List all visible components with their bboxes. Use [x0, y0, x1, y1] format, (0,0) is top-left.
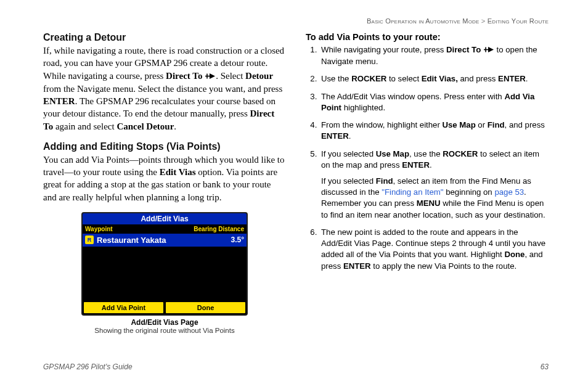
- screen-buttons: Add Via Point Done: [83, 301, 247, 314]
- breadcrumb-section: Basic Operation in Automotive Mode: [367, 17, 480, 25]
- step-1: While navigating your route, press Direc…: [319, 44, 549, 67]
- row-distance: 3.5°: [231, 236, 244, 244]
- step-3: The Add/Edit Vias window opens. Press en…: [319, 91, 549, 113]
- svg-marker-5: [488, 47, 494, 52]
- direct-to-icon: [483, 45, 494, 56]
- btn-done: Done: [166, 302, 245, 313]
- svg-marker-2: [210, 73, 215, 79]
- screen-row: R Restaurant Yakata 3.5°: [83, 233, 247, 247]
- link-finding-item[interactable]: "Finding an Item": [382, 187, 443, 197]
- para-detour: If, while navigating a route, there is r…: [43, 44, 286, 133]
- screen-body: [83, 247, 247, 301]
- breadcrumb: Basic Operation in Automotive Mode > Edi…: [43, 17, 549, 25]
- step-5-extra: If you selected Find, select an item fro…: [321, 176, 549, 221]
- heading-detour: Creating a Detour: [43, 32, 286, 43]
- heading-steps: To add Via Points to your route:: [306, 32, 549, 42]
- right-column: To add Via Points to your route: While n…: [306, 30, 549, 334]
- footer-page: 63: [541, 363, 549, 371]
- content-columns: Creating a Detour If, while navigating a…: [43, 30, 549, 334]
- breadcrumb-sub: Editing Your Route: [488, 17, 549, 25]
- screen-header: Waypoint Bearing Distance: [83, 225, 247, 233]
- row-name: Restaurant Yakata: [97, 236, 231, 245]
- para-viapoints: You can add Via Points—points through wh…: [43, 154, 286, 203]
- restaurant-icon: R: [85, 236, 94, 244]
- device-screen: Add/Edit Vias Waypoint Bearing Distance …: [81, 212, 248, 316]
- step-2: Use the ROCKER to select Edit Vias, and …: [319, 73, 549, 84]
- page-footer: GPSMAP 296 Pilot's Guide 63: [43, 363, 549, 371]
- manual-page: Basic Operation in Automotive Mode > Edi…: [0, 0, 588, 381]
- step-5: If you selected Use Map, use the ROCKER …: [319, 149, 549, 221]
- screen-title: Add/Edit Vias: [83, 213, 247, 225]
- col-bearing-distance: Bearing Distance: [178, 226, 244, 232]
- figure-add-edit-vias: Add/Edit Vias Waypoint Bearing Distance …: [81, 212, 248, 334]
- steps-list: While navigating your route, press Direc…: [306, 44, 549, 272]
- btn-add-via-point: Add Via Point: [84, 302, 163, 313]
- step-4: From the window, highlight either Use Ma…: [319, 120, 549, 142]
- footer-guide: GPSMAP 296 Pilot's Guide: [43, 363, 133, 371]
- figure-caption-sub: Showing the original route without Via P…: [81, 327, 248, 334]
- link-page-53[interactable]: page 53: [494, 187, 524, 197]
- breadcrumb-sep: >: [481, 17, 486, 25]
- heading-viapoints: Adding and Editing Stops (Via Points): [43, 141, 286, 152]
- direct-to-icon: [205, 70, 216, 83]
- left-column: Creating a Detour If, while navigating a…: [43, 30, 286, 334]
- figure-caption-title: Add/Edit Vias Page: [81, 318, 248, 327]
- step-6: The new point is added to the route and …: [319, 227, 549, 272]
- col-waypoint: Waypoint: [85, 226, 178, 232]
